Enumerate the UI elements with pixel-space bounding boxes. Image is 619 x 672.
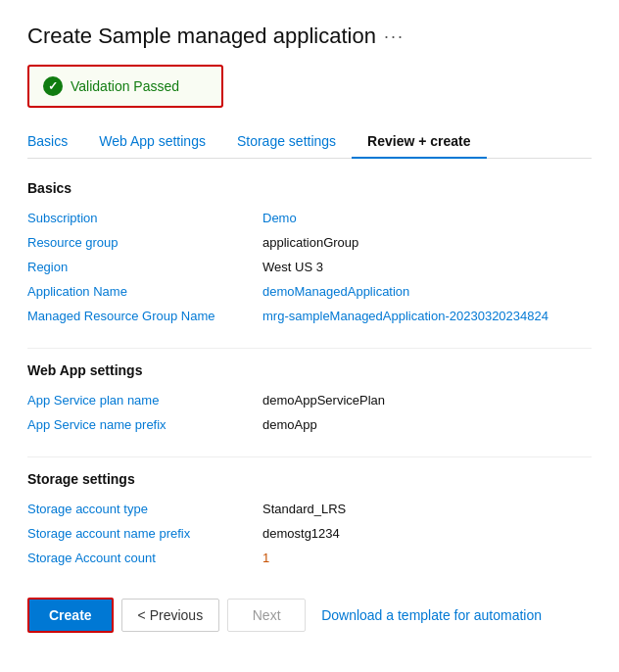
field-label-subscription: Subscription: [27, 211, 262, 225]
field-app-service-plan: App Service plan name demoAppServicePlan: [27, 388, 592, 412]
field-label-storage-prefix: Storage account name prefix: [27, 526, 262, 541]
previous-button[interactable]: < Previous: [121, 599, 220, 632]
field-value-subscription: Demo: [262, 211, 297, 225]
field-label-storage-count: Storage Account count: [27, 551, 262, 565]
field-resource-group: Resource group applicationGroup: [27, 230, 592, 255]
tab-basics[interactable]: Basics: [27, 125, 83, 159]
field-value-app-service-prefix: demoApp: [262, 417, 317, 432]
field-value-resource-group: applicationGroup: [262, 235, 358, 250]
tabs: Basics Web App settings Storage settings…: [27, 125, 592, 159]
field-storage-count: Storage Account count 1: [27, 546, 592, 570]
field-label-storage-type: Storage account type: [27, 502, 262, 516]
button-row: Create < Previous Next Download a templa…: [27, 598, 592, 633]
field-value-region: West US 3: [262, 260, 323, 274]
basics-section-title: Basics: [27, 180, 592, 196]
download-template-link[interactable]: Download a template for automation: [321, 607, 542, 623]
webapp-section: Web App settings App Service plan name d…: [27, 362, 592, 437]
field-app-name: Application Name demoManagedApplication: [27, 279, 592, 304]
divider-webapp: [27, 456, 592, 457]
field-region: Region West US 3: [27, 255, 592, 279]
field-subscription: Subscription Demo: [27, 206, 592, 230]
field-value-managed-rg: mrg-sampleManagedApplication-20230320234…: [262, 309, 548, 323]
tab-review[interactable]: Review + create: [352, 125, 486, 159]
page-title-ellipsis: ···: [384, 26, 405, 47]
field-value-storage-prefix: demostg1234: [262, 526, 340, 541]
field-label-region: Region: [27, 260, 262, 274]
storage-section: Storage settings Storage account type St…: [27, 471, 592, 570]
field-value-app-service-plan: demoAppServicePlan: [262, 393, 385, 408]
field-label-app-name: Application Name: [27, 284, 262, 299]
create-button[interactable]: Create: [27, 598, 114, 633]
field-app-service-prefix: App Service name prefix demoApp: [27, 412, 592, 437]
field-label-managed-rg: Managed Resource Group Name: [27, 309, 262, 323]
tab-webapp[interactable]: Web App settings: [83, 125, 221, 159]
field-label-resource-group: Resource group: [27, 235, 262, 250]
basics-section: Basics Subscription Demo Resource group …: [27, 180, 592, 328]
webapp-section-title: Web App settings: [27, 362, 592, 378]
field-value-storage-type: Standard_LRS: [262, 502, 346, 516]
validation-banner: Validation Passed: [27, 65, 223, 108]
field-value-storage-count: 1: [262, 551, 269, 565]
field-storage-prefix: Storage account name prefix demostg1234: [27, 521, 592, 546]
divider-basics: [27, 348, 592, 349]
field-label-app-service-prefix: App Service name prefix: [27, 417, 262, 432]
field-managed-rg: Managed Resource Group Name mrg-sampleMa…: [27, 304, 592, 328]
field-label-app-service-plan: App Service plan name: [27, 393, 262, 408]
field-storage-type: Storage account type Standard_LRS: [27, 497, 592, 521]
validation-text: Validation Passed: [71, 78, 179, 94]
storage-section-title: Storage settings: [27, 471, 592, 487]
page-title-text: Create Sample managed application: [27, 24, 376, 49]
field-value-app-name: demoManagedApplication: [262, 284, 409, 299]
tab-storage[interactable]: Storage settings: [221, 125, 352, 159]
validation-check-icon: [43, 76, 63, 96]
page-title: Create Sample managed application ···: [27, 24, 592, 49]
next-button[interactable]: Next: [227, 599, 306, 632]
